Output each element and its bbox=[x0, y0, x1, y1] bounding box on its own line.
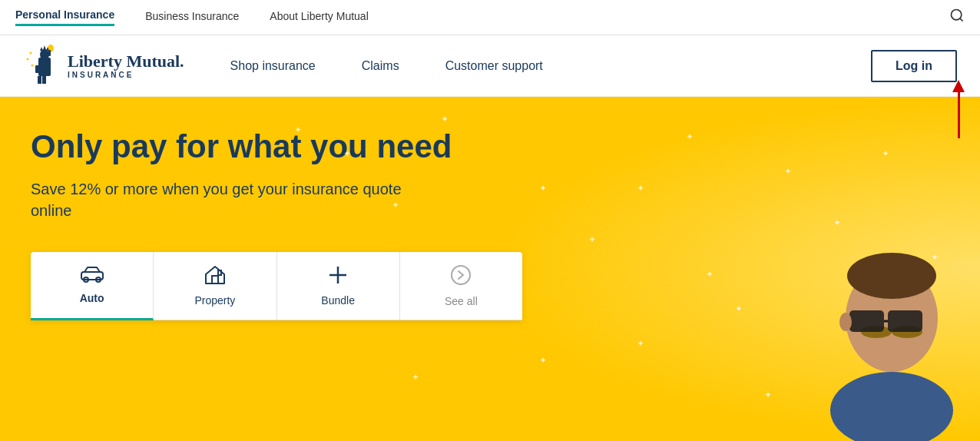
tab-bundle[interactable]: Bundle bbox=[277, 252, 400, 320]
tab-property-label: Property bbox=[194, 294, 235, 307]
hero-section: ✦ ✦ ✦ ✦ ✦ ✦ ✦ ✦ ✦ ✦ ✦ ✦ ✦ ✦ ✦ ✦ ✦ ✦ ✦ ✦ … bbox=[0, 97, 980, 441]
bundle-icon bbox=[328, 265, 348, 290]
logo[interactable]: Liberty Mutual. INSURANCE bbox=[23, 44, 184, 88]
svg-point-5 bbox=[40, 49, 49, 60]
nav-shop-insurance[interactable]: Shop insurance bbox=[230, 59, 316, 73]
see-all-icon bbox=[450, 264, 472, 290]
nav-claims[interactable]: Claims bbox=[362, 59, 399, 73]
arrow-shaft bbox=[958, 92, 960, 138]
svg-rect-28 bbox=[849, 310, 884, 332]
svg-point-12 bbox=[30, 51, 32, 54]
logo-text: Liberty Mutual. INSURANCE bbox=[68, 52, 184, 79]
tab-property[interactable]: Property bbox=[154, 252, 276, 320]
svg-marker-6 bbox=[40, 47, 43, 51]
svg-point-22 bbox=[452, 266, 470, 284]
svg-point-0 bbox=[952, 10, 962, 20]
nav-customer-support[interactable]: Customer support bbox=[445, 59, 543, 73]
auto-icon bbox=[80, 266, 104, 287]
person-svg bbox=[811, 226, 980, 441]
login-button[interactable]: Log in bbox=[871, 50, 957, 82]
svg-point-31 bbox=[839, 313, 852, 331]
tab-bundle-label: Bundle bbox=[321, 294, 355, 307]
top-nav-links: Personal Insurance Business Insurance Ab… bbox=[15, 8, 369, 26]
annotation-arrow bbox=[952, 81, 965, 138]
top-nav-personal-insurance[interactable]: Personal Insurance bbox=[15, 8, 114, 26]
logo-icon bbox=[23, 44, 60, 88]
top-nav-about[interactable]: About Liberty Mutual bbox=[270, 10, 368, 25]
tab-auto[interactable]: Auto bbox=[31, 252, 154, 320]
top-navigation: Personal Insurance Business Insurance Ab… bbox=[0, 0, 980, 35]
svg-point-13 bbox=[27, 58, 29, 60]
logo-sub: INSURANCE bbox=[68, 71, 184, 79]
svg-rect-29 bbox=[888, 310, 922, 332]
arrow-head bbox=[952, 80, 965, 92]
hero-subtitle: Save 12% or more when you get your insur… bbox=[31, 178, 430, 221]
top-nav-business-insurance[interactable]: Business Insurance bbox=[145, 10, 239, 25]
svg-rect-18 bbox=[212, 276, 218, 284]
svg-rect-9 bbox=[35, 65, 41, 73]
tab-see-all-label: See all bbox=[445, 295, 478, 307]
tab-auto-label: Auto bbox=[80, 292, 104, 304]
tab-see-all[interactable]: See all bbox=[400, 252, 522, 320]
svg-rect-10 bbox=[38, 76, 41, 84]
svg-point-14 bbox=[31, 64, 34, 66]
main-header: Liberty Mutual. INSURANCE Shop insurance… bbox=[0, 35, 980, 97]
search-icon[interactable] bbox=[949, 8, 965, 27]
main-nav: Shop insurance Claims Customer support bbox=[230, 59, 871, 73]
svg-point-25 bbox=[847, 253, 936, 299]
svg-marker-7 bbox=[43, 45, 46, 50]
quote-tabs: Auto Property bbox=[31, 252, 522, 320]
svg-rect-19 bbox=[218, 270, 221, 275]
quote-card: Auto Property bbox=[31, 252, 522, 320]
svg-point-32 bbox=[830, 372, 953, 441]
property-icon bbox=[204, 265, 226, 290]
hero-title: Only pay for what you need bbox=[31, 128, 492, 166]
person-illustration bbox=[711, 211, 980, 441]
svg-rect-11 bbox=[42, 76, 46, 84]
svg-line-1 bbox=[960, 18, 963, 22]
logo-name: Liberty Mutual. bbox=[68, 52, 184, 71]
